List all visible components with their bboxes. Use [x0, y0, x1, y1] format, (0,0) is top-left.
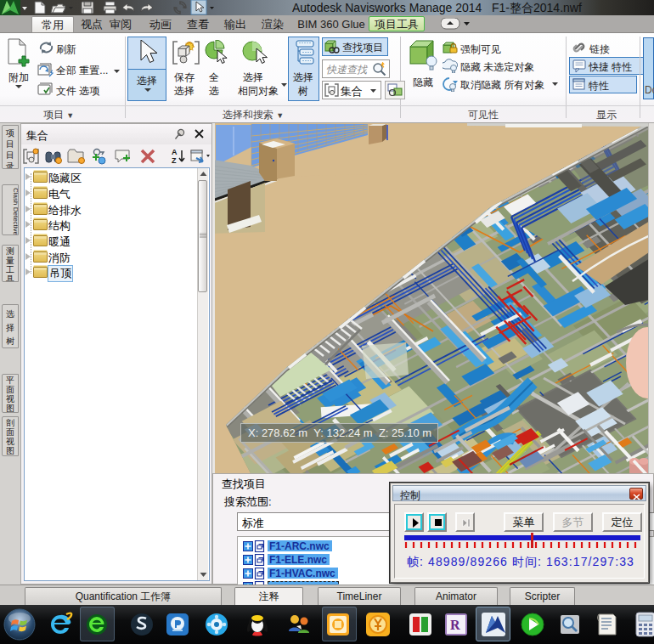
svg-text:A: A [172, 148, 178, 156]
svg-text:选: 选 [6, 309, 14, 319]
svg-text:视: 视 [6, 394, 14, 404]
svg-text:择: 择 [6, 323, 14, 332]
svg-text:工: 工 [6, 265, 14, 274]
svg-text:具: 具 [6, 274, 14, 282]
svg-text:平: 平 [6, 376, 14, 385]
svg-text:Clash Detective: Clash Detective [12, 188, 18, 235]
svg-text:测: 测 [6, 246, 14, 256]
svg-text:面: 面 [6, 385, 14, 394]
svg-text:树: 树 [6, 336, 14, 346]
svg-text:剖: 剖 [6, 418, 14, 427]
svg-text:R: R [450, 618, 460, 632]
svg-text:量: 量 [6, 256, 14, 265]
svg-text:目: 目 [6, 139, 14, 149]
svg-text:图: 图 [6, 404, 14, 413]
svg-text:视: 视 [6, 437, 14, 446]
svg-text:录: 录 [6, 161, 14, 169]
svg-text:目: 目 [6, 150, 14, 160]
svg-text:面: 面 [6, 427, 14, 437]
svg-text:图: 图 [6, 446, 14, 455]
svg-text:项: 项 [5, 128, 14, 138]
svg-text:Z: Z [172, 156, 177, 165]
